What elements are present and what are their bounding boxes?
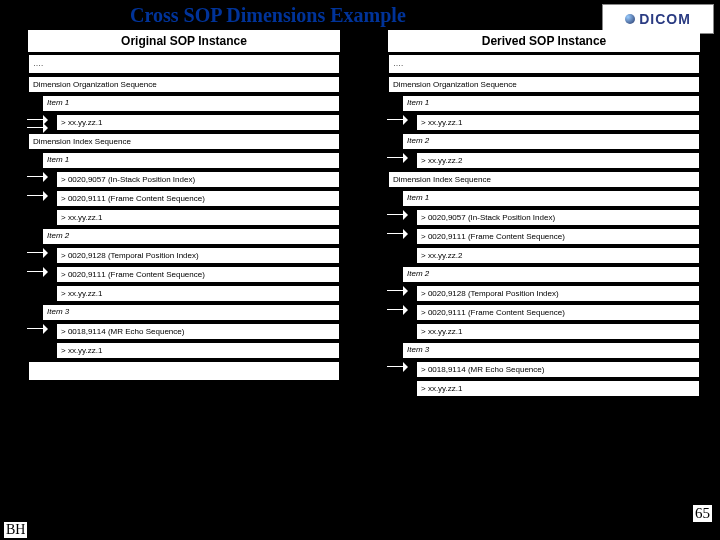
author-initials: BH — [4, 522, 27, 538]
uid-row: > xx.yy.zz.2 — [416, 247, 700, 264]
arrow-icon — [387, 114, 413, 125]
dim-idx-item1: Item 1 — [42, 152, 340, 169]
dim-idx-item2: Item 2 — [42, 228, 340, 245]
uid-row: > xx.yy.zz.1 — [56, 114, 340, 131]
attr-row: > 0018,9114 (MR Echo Sequence) — [416, 361, 700, 378]
arrow-icon — [387, 304, 413, 315]
dim-org-item2: Item 2 — [402, 133, 700, 150]
uid-row: > xx.yy.zz.1 — [416, 380, 700, 397]
ellipsis-row: …. — [388, 54, 700, 74]
trailing-row — [28, 361, 340, 381]
dim-idx-seq-row: Dimension Index Sequence — [388, 171, 700, 188]
attr-row: > 0018,9114 (MR Echo Sequence) — [56, 323, 340, 340]
dim-idx-item3: Item 3 — [42, 304, 340, 321]
original-sop-panel: Original SOP Instance …. Dimension Organ… — [28, 30, 340, 383]
dim-org-item1: Item 1 — [402, 95, 700, 112]
uid-row: > xx.yy.zz.1 — [56, 285, 340, 302]
attr-row: > 0020,9057 (In-Stack Position Index) — [416, 209, 700, 226]
dim-idx-item2: Item 2 — [402, 266, 700, 283]
arrow-icon — [27, 247, 53, 258]
attr-row: > 0020,9111 (Frame Content Sequence) — [56, 190, 340, 207]
dim-idx-item1: Item 1 — [402, 190, 700, 207]
attr-row: > 0020,9111 (Frame Content Sequence) — [416, 304, 700, 321]
derived-sop-panel: Derived SOP Instance …. Dimension Organi… — [388, 30, 700, 399]
original-sop-header: Original SOP Instance — [28, 30, 340, 52]
dim-org-seq-row: Dimension Organization Sequence — [388, 76, 700, 93]
arrow-icon — [27, 122, 53, 133]
attr-row: > 0020,9128 (Temporal Position Index) — [56, 247, 340, 264]
dim-org-seq-row: Dimension Organization Sequence — [28, 76, 340, 93]
arrow-icon — [387, 152, 413, 163]
attr-row: > 0020,9111 (Frame Content Sequence) — [416, 228, 700, 245]
uid-row: > xx.yy.zz.2 — [416, 152, 700, 169]
arrow-icon — [387, 361, 413, 372]
arrow-icon — [27, 171, 53, 182]
attr-row: > 0020,9111 (Frame Content Sequence) — [56, 266, 340, 283]
uid-row: > xx.yy.zz.1 — [56, 342, 340, 359]
arrow-icon — [387, 228, 413, 239]
attr-row: > 0020,9128 (Temporal Position Index) — [416, 285, 700, 302]
logo-text: DICOM — [639, 11, 691, 27]
arrow-icon — [27, 266, 53, 277]
uid-row: > xx.yy.zz.1 — [56, 209, 340, 226]
derived-sop-header: Derived SOP Instance — [388, 30, 700, 52]
arrow-icon — [27, 190, 53, 201]
arrow-icon — [27, 323, 53, 334]
dim-idx-seq-row: Dimension Index Sequence — [28, 133, 340, 150]
dim-idx-item3: Item 3 — [402, 342, 700, 359]
ellipsis-row: …. — [28, 54, 340, 74]
page-number: 65 — [693, 505, 712, 522]
uid-row: > xx.yy.zz.1 — [416, 114, 700, 131]
arrow-icon — [387, 209, 413, 220]
uid-row: > xx.yy.zz.1 — [416, 323, 700, 340]
arrow-icon — [387, 285, 413, 296]
logo-globe-icon — [625, 14, 635, 24]
slide-title: Cross SOP Dimensions Example — [130, 4, 406, 27]
attr-row: > 0020,9057 (In-Stack Position Index) — [56, 171, 340, 188]
dim-org-item1: Item 1 — [42, 95, 340, 112]
